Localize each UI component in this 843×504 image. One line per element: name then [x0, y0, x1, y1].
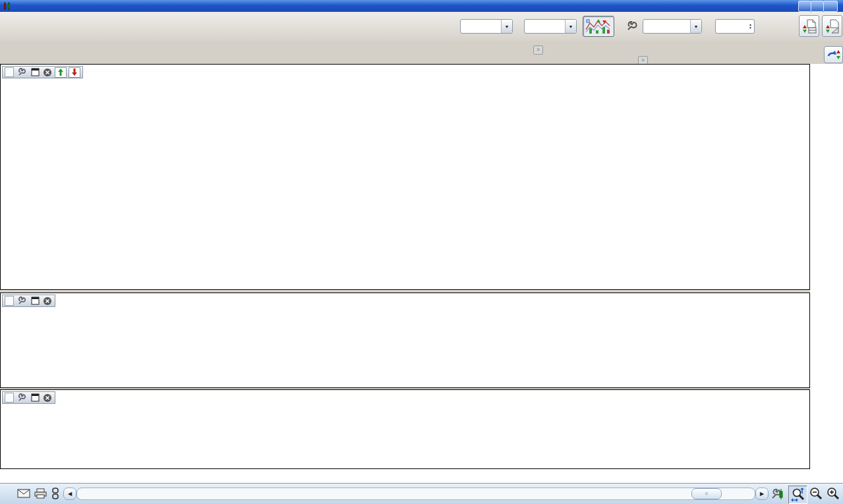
- minimize-button[interactable]: [798, 1, 811, 12]
- cancel-orders-icon[interactable]: ✕: [533, 45, 543, 55]
- order-book-button[interactable]: [799, 15, 819, 37]
- restore-button[interactable]: [811, 1, 824, 12]
- scroll-right-button[interactable]: ▶: [755, 488, 769, 500]
- account-info-bar: ✕ ✕: [0, 41, 843, 64]
- timeframe-select[interactable]: ▼: [524, 19, 577, 34]
- price-panel[interactable]: [0, 64, 810, 290]
- chevron-down-icon: ▼: [565, 20, 576, 33]
- chart-style-button[interactable]: [583, 16, 614, 37]
- detach-window-icon[interactable]: [30, 296, 40, 306]
- close-button[interactable]: [823, 1, 838, 12]
- zoom-in-icon[interactable]: [825, 486, 841, 502]
- title-timeframe: [204, 1, 209, 11]
- stoch-panel-header: [2, 391, 55, 404]
- detach-window-icon[interactable]: [30, 393, 40, 403]
- refresh-orders-icon: [827, 48, 841, 61]
- scrollbar-thumb[interactable]: ≡: [691, 488, 722, 499]
- macd-panel-header: [2, 294, 55, 307]
- close-icon[interactable]: [42, 393, 53, 403]
- main-toolbar: ▼ ▼ ▼ ▲▼: [0, 12, 843, 42]
- order-book-icon: [802, 18, 817, 34]
- buy-arrow-icon[interactable]: [55, 67, 67, 78]
- print-icon[interactable]: [33, 487, 49, 500]
- order-settings-button[interactable]: [624, 18, 639, 34]
- unit-select[interactable]: ▼: [460, 19, 513, 34]
- mail-icon[interactable]: [16, 487, 32, 500]
- pending-orders: ✕: [531, 43, 543, 55]
- price-panel-title: [5, 67, 14, 77]
- wrench-icon[interactable]: [16, 393, 28, 403]
- macd-panel-title: [5, 296, 14, 306]
- chart-style-icon: [585, 18, 612, 35]
- close-icon[interactable]: [42, 68, 53, 77]
- scroll-left-button[interactable]: ◀: [63, 488, 76, 500]
- stochastic-panel[interactable]: [0, 389, 810, 469]
- title-last-price: [123, 1, 125, 11]
- wrench-icon[interactable]: [16, 296, 28, 306]
- wrench-icon[interactable]: [16, 68, 28, 77]
- chevron-down-icon: ▼: [501, 20, 512, 33]
- stoch-panel-title: [5, 393, 14, 403]
- close-icon[interactable]: [42, 296, 53, 306]
- title-bar: [0, 0, 843, 12]
- chart-settings-icon[interactable]: [770, 486, 786, 502]
- time-scrollbar[interactable]: ≡: [76, 488, 755, 500]
- wrench-icon: [625, 20, 637, 32]
- macd-panel[interactable]: [0, 293, 810, 388]
- zoom-fit-icon[interactable]: [788, 486, 807, 504]
- sell-arrow-icon[interactable]: [69, 67, 80, 78]
- prorealtime-window: ▼ ▼ ▼ ▲▼ ✕ ✕: [0, 0, 843, 504]
- zoom-out-icon[interactable]: [808, 486, 824, 502]
- order-type-select[interactable]: ▼: [643, 19, 702, 34]
- stepper-arrows-icon[interactable]: ▲▼: [749, 23, 754, 30]
- refresh-orders-button[interactable]: [824, 46, 843, 63]
- detach-window-icon[interactable]: [30, 68, 40, 77]
- link-icon[interactable]: [50, 487, 61, 500]
- price-panel-header: [2, 66, 83, 78]
- app-candlestick-icon: [3, 1, 12, 11]
- macd-axis[interactable]: [810, 293, 843, 388]
- order-ticket-icon: [825, 18, 840, 34]
- chevron-down-icon: ▼: [690, 20, 701, 33]
- price-axis[interactable]: [810, 64, 843, 290]
- order-ticket-button[interactable]: [822, 15, 842, 37]
- time-axis[interactable]: [0, 469, 843, 483]
- status-bar: ◀ ≡ ▶: [0, 483, 843, 504]
- quantity-stepper[interactable]: ▲▼: [715, 19, 755, 34]
- stochastic-axis[interactable]: [810, 389, 843, 469]
